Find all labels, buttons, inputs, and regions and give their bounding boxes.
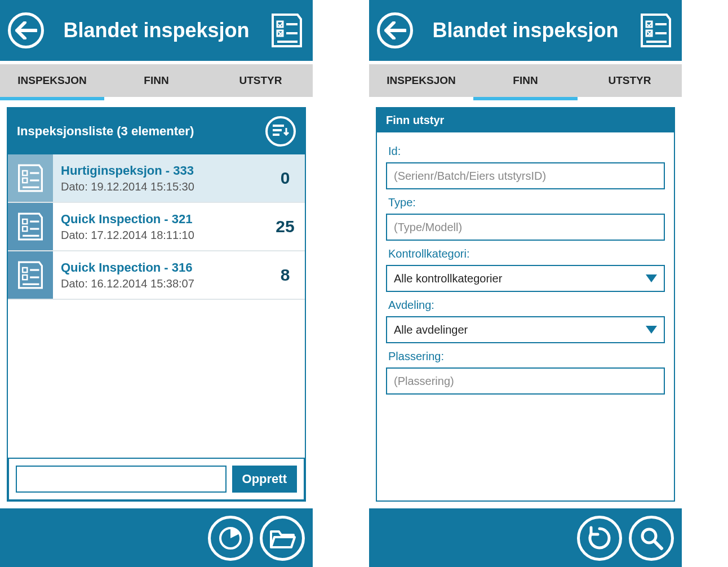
item-icon-box — [8, 154, 53, 202]
back-button[interactable] — [377, 12, 413, 48]
item-body: Quick Inspection - 316 Dato: 16.12.2014 … — [53, 251, 265, 299]
chevron-down-icon — [646, 326, 657, 334]
content-area: Finn utstyr Id: Type: Kontrollkategori: … — [369, 100, 682, 508]
chevron-down-icon — [646, 274, 657, 282]
item-date: Dato: 19.12.2014 15:15:30 — [61, 180, 258, 193]
arrow-left-icon — [15, 21, 37, 39]
page-title: Blandet inspeksjon — [44, 19, 269, 42]
form-body: Id: Type: Kontrollkategori: Alle kontrol… — [377, 132, 674, 404]
tab-bar: INSPEKSJON FINN UTSTYR — [369, 61, 682, 100]
checklist-icon — [18, 164, 43, 192]
header: Blandet inspeksjon — [369, 0, 682, 61]
create-row: Opprett — [8, 458, 305, 500]
phone-right: Blandet inspeksjon INSPEKSJON FINN UTSTY… — [369, 0, 682, 567]
avdeling-select[interactable]: Alle avdelinger — [386, 316, 665, 343]
svg-rect-10 — [23, 178, 27, 183]
svg-rect-20 — [23, 275, 27, 280]
type-input[interactable] — [386, 214, 665, 241]
footer — [369, 508, 682, 567]
svg-rect-18 — [23, 268, 27, 272]
svg-rect-13 — [23, 219, 27, 224]
tab-utstyr[interactable]: UTSTYR — [208, 64, 313, 97]
inspection-panel: Inspeksjonsliste (3 elementer) Hurtigins… — [7, 107, 306, 502]
svg-rect-15 — [23, 227, 27, 231]
item-icon-box — [8, 251, 53, 299]
checklist-icon — [18, 261, 43, 289]
header: Blandet inspeksjon — [0, 0, 313, 61]
checklist-icon-button[interactable] — [269, 12, 305, 48]
item-count: 25 — [265, 203, 305, 250]
item-body: Hurtiginspeksjon - 333 Dato: 19.12.2014 … — [53, 154, 265, 202]
tab-finn[interactable]: FINN — [473, 64, 578, 97]
checklist-icon — [18, 212, 43, 241]
avdeling-value: Alle avdelinger — [394, 324, 468, 336]
item-date: Dato: 16.12.2014 15:38:07 — [61, 277, 258, 290]
item-body: Quick Inspection - 321 Dato: 17.12.2014 … — [53, 203, 265, 250]
item-icon-box — [8, 203, 53, 250]
folder-button[interactable] — [260, 516, 305, 561]
kategori-select[interactable]: Alle kontrollkategorier — [386, 265, 665, 292]
footer — [0, 508, 313, 567]
arrow-left-icon — [384, 21, 406, 39]
avdeling-label: Avdeling: — [388, 299, 665, 312]
tab-finn[interactable]: FINN — [104, 64, 208, 97]
back-button[interactable] — [8, 12, 44, 48]
find-panel: Finn utstyr Id: Type: Kontrollkategori: … — [376, 107, 675, 502]
panel-header: Finn utstyr — [377, 108, 674, 132]
sort-download-icon — [272, 123, 290, 139]
kategori-value: Alle kontrollkategorier — [394, 272, 502, 285]
search-button[interactable] — [629, 516, 674, 561]
create-button[interactable]: Opprett — [232, 466, 297, 493]
chart-button[interactable] — [208, 516, 253, 561]
item-date: Dato: 17.12.2014 18:11:10 — [61, 229, 258, 242]
search-icon — [639, 526, 664, 551]
item-count: 0 — [265, 154, 305, 202]
list-item[interactable]: Quick Inspection - 321 Dato: 17.12.2014 … — [8, 203, 305, 251]
refresh-icon — [587, 525, 612, 551]
tab-inspeksjon[interactable]: INSPEKSJON — [369, 64, 473, 97]
page-title: Blandet inspeksjon — [413, 19, 638, 42]
item-title: Quick Inspection - 316 — [61, 260, 258, 275]
id-input[interactable] — [386, 162, 665, 189]
pie-chart-icon — [218, 526, 243, 551]
inspection-list: Hurtiginspeksjon - 333 Dato: 19.12.2014 … — [8, 154, 305, 458]
checklist-icon — [272, 14, 302, 47]
plassering-label: Plassering: — [388, 350, 665, 363]
tab-inspeksjon[interactable]: INSPEKSJON — [0, 64, 104, 97]
folder-open-icon — [269, 527, 296, 550]
checklist-icon-button[interactable] — [638, 12, 674, 48]
phone-left: Blandet inspeksjon INSPEKSJON FINN UTSTY… — [0, 0, 313, 567]
item-title: Quick Inspection - 321 — [61, 212, 258, 227]
panel-title: Inspeksjonsliste (3 elementer) — [17, 124, 194, 139]
tab-utstyr[interactable]: UTSTYR — [578, 64, 682, 97]
plassering-input[interactable] — [386, 367, 665, 395]
type-label: Type: — [388, 196, 665, 209]
checklist-icon — [641, 14, 671, 47]
svg-line-30 — [654, 541, 662, 548]
panel-title: Finn utstyr — [386, 114, 444, 127]
list-item[interactable]: Hurtiginspeksjon - 333 Dato: 19.12.2014 … — [8, 154, 305, 203]
panel-header: Inspeksjonsliste (3 elementer) — [8, 108, 305, 154]
reset-button[interactable] — [577, 516, 622, 561]
item-count: 8 — [265, 251, 305, 299]
item-title: Hurtiginspeksjon - 333 — [61, 163, 258, 178]
svg-rect-8 — [23, 171, 27, 175]
create-input[interactable] — [16, 466, 227, 493]
content-area: Inspeksjonsliste (3 elementer) Hurtigins… — [0, 100, 313, 508]
id-label: Id: — [388, 145, 665, 158]
tab-bar: INSPEKSJON FINN UTSTYR — [0, 61, 313, 100]
list-empty-area — [8, 300, 305, 458]
kategori-label: Kontrollkategori: — [388, 247, 665, 260]
sort-button[interactable] — [265, 116, 296, 147]
list-item[interactable]: Quick Inspection - 316 Dato: 16.12.2014 … — [8, 251, 305, 300]
